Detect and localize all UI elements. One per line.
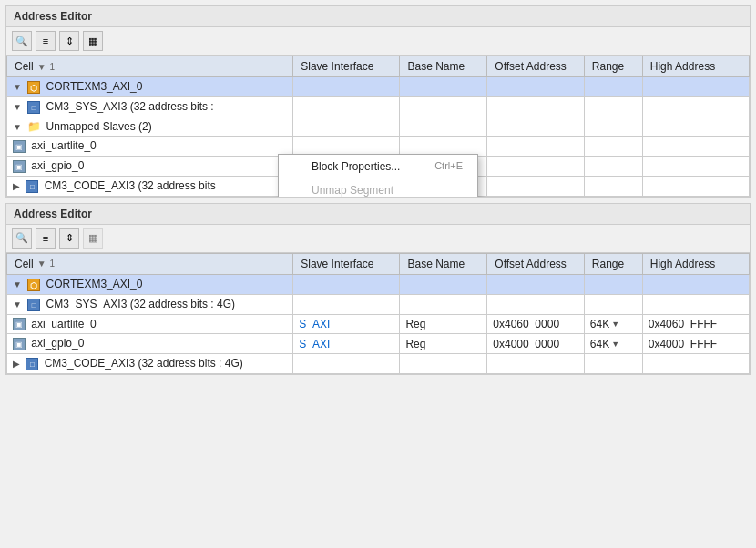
- expand-arrow[interactable]: ▼: [13, 279, 22, 289]
- table-row[interactable]: ▶ □ CM3_CODE_AXI3 (32 address bits : 4G): [7, 354, 750, 374]
- col-header-offset: Offset Address: [487, 56, 585, 77]
- col-header-cell-b: Cell ▼ 1: [7, 253, 293, 274]
- top-address-editor-panel: Address Editor 🔍 ≡ ⇕ ▦ Cell ▼ 1 Slave In…: [5, 5, 751, 198]
- col-header-highaddr: High Address: [642, 56, 749, 77]
- slave-link[interactable]: S_AXI: [299, 338, 330, 350]
- col-header-range: Range: [584, 56, 642, 77]
- expand-arrow[interactable]: ▼: [13, 102, 22, 112]
- bus-icon: □: [27, 299, 40, 311]
- processor-icon: ⬡: [27, 279, 40, 291]
- col-header-slave: Slave Interface: [293, 56, 400, 77]
- bottom-toolbar: 🔍 ≡ ⇕ ▦: [6, 225, 750, 253]
- top-toolbar: 🔍 ≡ ⇕ ▦: [6, 27, 750, 56]
- cell-name: ▶ □ CM3_CODE_AXI3 (32 address bits: [7, 177, 293, 197]
- device-icon: ▣: [13, 338, 26, 350]
- table-row[interactable]: ▼ □ CM3_SYS_AXI3 (32 address bits : 4G): [7, 294, 750, 314]
- menu-item-unmap-segment: Unmap Segment: [279, 178, 477, 197]
- table-row[interactable]: ▼ ⬡ CORTEXM3_AXI_0: [7, 77, 750, 97]
- device-icon: ▣: [13, 140, 26, 153]
- expand-arrow[interactable]: ▶: [13, 359, 20, 369]
- menu-item-block-properties[interactable]: Block Properties... Ctrl+E: [279, 155, 477, 178]
- table-row[interactable]: ▼ □ CM3_SYS_AXI3 (32 address bits :: [7, 96, 750, 117]
- offset-cell: 0x4000_0000: [487, 334, 585, 354]
- cell-name: ▣ axi_gpio_0: [7, 334, 293, 354]
- assign-address-button-top[interactable]: ▦: [83, 31, 103, 51]
- filter-icon[interactable]: ▼: [37, 62, 46, 72]
- range-cell: 64K ▼: [584, 334, 642, 354]
- col-header-basename-b: Base Name: [400, 253, 487, 274]
- cell-name: ▼ ⬡ CORTEXM3_AXI_0: [7, 274, 293, 294]
- cell-name: ▼ □ CM3_SYS_AXI3 (32 address bits : 4G): [7, 294, 293, 314]
- offset-cell: 0x4060_0000: [487, 314, 585, 334]
- top-table-container: Cell ▼ 1 Slave Interface Base Name Offse…: [6, 56, 750, 197]
- expand-arrow[interactable]: ▶: [13, 181, 20, 191]
- table-row[interactable]: ▼ ⬡ CORTEXM3_AXI_0: [7, 274, 750, 294]
- collapse-all-button[interactable]: ≡: [36, 31, 56, 51]
- filter-icon-b[interactable]: ▼: [37, 259, 46, 269]
- cell-name: ▼ ⬡ CORTEXM3_AXI_0: [7, 77, 293, 97]
- range-dropdown-arrow[interactable]: ▼: [611, 340, 619, 349]
- context-menu: Block Properties... Ctrl+E Unmap Segment…: [278, 154, 478, 197]
- bottom-address-table: Cell ▼ 1 Slave Interface Base Name Offse…: [6, 253, 750, 374]
- range-cell: 64K ▼: [584, 314, 642, 334]
- device-icon: ▣: [13, 160, 26, 173]
- bottom-panel-title: Address Editor: [6, 204, 750, 225]
- highaddr-cell: 0x4000_FFFF: [642, 334, 749, 354]
- table-row[interactable]: ▣ axi_gpio_0 S_AXI Reg 0x4000_0000 64K ▼: [7, 334, 750, 354]
- folder-icon: 📁: [27, 120, 40, 133]
- col-header-highaddr-b: High Address: [642, 253, 749, 274]
- slave-interface-cell: S_AXI: [293, 314, 400, 334]
- expand-all-button[interactable]: ⇕: [59, 31, 79, 51]
- cell-name: ▣ axi_uartlite_0: [7, 137, 293, 157]
- cell-name: ▣ axi_gpio_0: [7, 157, 293, 177]
- bottom-table-container: Cell ▼ 1 Slave Interface Base Name Offse…: [6, 253, 750, 374]
- col-header-basename: Base Name: [400, 56, 487, 77]
- bus-icon: □: [26, 358, 38, 370]
- cell-name: ▣ axi_uartlite_0: [7, 314, 293, 334]
- basename-cell: Reg: [400, 314, 487, 334]
- slave-interface-cell: S_AXI: [293, 334, 400, 354]
- cell-name: ▼ 📁 Unmapped Slaves (2): [7, 117, 293, 137]
- cell-name: ▶ □ CM3_CODE_AXI3 (32 address bits : 4G): [7, 354, 293, 374]
- expand-all-button-bottom[interactable]: ⇕: [59, 228, 79, 249]
- assign-address-button-bottom[interactable]: ▦: [83, 228, 103, 249]
- expand-arrow[interactable]: ▼: [13, 299, 22, 310]
- device-icon: ▣: [13, 318, 26, 330]
- cell-name: ▼ □ CM3_SYS_AXI3 (32 address bits :: [7, 96, 293, 117]
- search-button-bottom[interactable]: 🔍: [12, 228, 32, 249]
- collapse-all-button-bottom[interactable]: ≡: [36, 228, 56, 249]
- highaddr-cell: 0x4060_FFFF: [642, 314, 749, 334]
- table-row[interactable]: ▣ axi_uartlite_0 S_AXI Reg 0x4060_0000 6…: [7, 314, 750, 334]
- bus-icon: □: [26, 180, 38, 193]
- col-header-offset-b: Offset Address: [487, 253, 585, 274]
- expand-arrow[interactable]: ▼: [13, 82, 22, 92]
- col-header-slave-b: Slave Interface: [293, 253, 400, 274]
- bottom-address-editor-panel: Address Editor 🔍 ≡ ⇕ ▦ Cell ▼ 1 Slave In…: [5, 203, 751, 375]
- range-dropdown-arrow[interactable]: ▼: [611, 320, 619, 329]
- basename-cell: Reg: [400, 334, 487, 354]
- col-header-cell: Cell ▼ 1: [7, 56, 293, 77]
- expand-arrow[interactable]: ▼: [13, 122, 22, 132]
- slave-link[interactable]: S_AXI: [299, 318, 330, 330]
- block-properties-icon: [288, 159, 302, 174]
- top-panel-title: Address Editor: [6, 6, 750, 27]
- table-row[interactable]: ▼ 📁 Unmapped Slaves (2): [7, 117, 750, 137]
- col-header-range-b: Range: [584, 253, 642, 274]
- processor-icon: ⬡: [27, 81, 40, 94]
- bus-icon: □: [27, 101, 40, 114]
- search-button[interactable]: 🔍: [12, 31, 32, 51]
